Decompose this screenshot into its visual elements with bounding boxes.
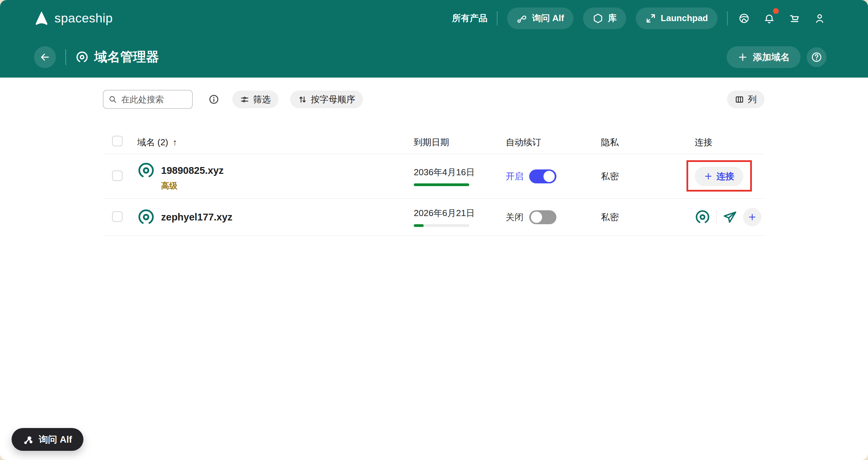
table-header-row: 域名 (2) ↑ 到期日期 自动续订 隐私 连接 [103,131,764,154]
connect-button-label: 连接 [716,170,734,182]
toggle-knob [531,212,542,223]
info-button[interactable] [208,94,219,105]
floating-ask-alf-label: 询问 Alf [39,433,72,446]
launchpad-button[interactable]: Launchpad [636,7,717,29]
search-icon [108,95,117,104]
alf-molecule-icon [23,434,34,445]
privacy-cell: 私密 [592,170,685,182]
nav-right: 所有产品 询问 Alf 库 [452,7,826,29]
sort-button[interactable]: 按字母顺序 [290,91,363,108]
table-row-19890825: 19890825.xyz 高级 2036年4月16日 开启 私密 [103,154,764,199]
filter-label: 筛选 [253,94,271,105]
cart-button[interactable] [788,12,801,25]
question-icon [811,51,822,63]
row-checkbox[interactable] [112,170,123,181]
add-connection-button[interactable] [743,208,761,226]
expiry-date: 2026年6月21日 [414,207,496,219]
paper-plane-icon [722,209,738,225]
back-button[interactable] [34,46,56,68]
floating-ask-alf-button[interactable]: 询问 Alf [12,428,83,451]
app-window: spaceship 所有产品 询问 Alf 库 [0,0,868,460]
connect-button-wrap: 连接 [695,167,743,186]
title-divider [65,49,66,65]
columns-icon [735,95,744,104]
domain-action-icon[interactable] [695,209,710,225]
logo-text: spaceship [54,11,113,26]
ask-alf-label: 询问 Alf [532,12,564,24]
icons-divider [716,210,716,225]
notification-dot [773,8,779,14]
expiry-progress-fill [414,183,469,186]
expiry-progress-fill [414,224,424,227]
launchpad-label: Launchpad [661,13,708,23]
library-button[interactable]: 库 [583,7,626,29]
spaceship-logo[interactable]: spaceship [34,11,113,26]
expiry-cell: 2036年4月16日 [405,166,496,186]
main-content: 筛选 按字母顺序 列 [0,90,868,236]
sort-ascending-arrow: ↑ [173,137,177,148]
domain-manager-icon [76,51,89,64]
auto-renew-toggle[interactable] [529,210,556,224]
alf-icon [517,13,527,24]
nav-all-products[interactable]: 所有产品 [452,12,487,24]
page-header-actions: 添加域名 [727,46,826,68]
table-row-zephyel177: zephyel177.xyz 2026年6月21日 关闭 私密 [103,199,764,236]
domain-cell: zephyel177.xyz [128,208,405,226]
domain-name-block: 19890825.xyz 高级 [161,162,224,191]
domain-name-link[interactable]: zephyel177.xyz [161,208,233,226]
column-header-auto-renew: 自动续订 [496,136,592,148]
add-domain-label: 添加域名 [753,51,790,63]
premium-badge: 高级 [161,181,224,191]
add-domain-button[interactable]: 添加域名 [727,46,801,68]
column-header-privacy: 隐私 [592,136,685,148]
connect-cell: 连接 [685,167,764,186]
row-checkbox[interactable] [112,211,123,222]
columns-button[interactable]: 列 [727,91,764,108]
ask-alf-button[interactable]: 询问 Alf [507,7,573,29]
column-header-name[interactable]: 域名 (2) ↑ [128,136,405,148]
notifications-button[interactable] [762,12,776,25]
domain-name-block: zephyel177.xyz [161,208,233,226]
info-icon [208,94,219,105]
transfer-action-button[interactable] [722,209,738,225]
sort-arrows-icon [298,95,307,104]
table-toolbar: 筛选 按字母顺序 列 [103,90,764,109]
launchpad-icon [645,13,656,24]
plus-icon [748,213,757,221]
filter-button[interactable]: 筛选 [232,91,279,108]
toggle-knob [543,171,555,182]
expiry-progress-track [414,224,469,227]
language-globe-button[interactable] [737,12,751,25]
page-title-group: 域名管理器 [76,48,159,66]
auto-renew-label: 开启 [506,170,523,182]
account-button[interactable] [813,12,826,25]
row-checkbox-cell [103,170,128,182]
sort-label: 按字母顺序 [311,94,355,105]
search-box[interactable] [103,90,193,109]
nav-divider [497,11,498,26]
column-header-connect: 连接 [685,136,764,148]
hexagon-icon [593,13,603,24]
page-title: 域名管理器 [94,48,159,66]
help-button[interactable] [807,47,826,67]
domain-icon [137,208,155,226]
search-input[interactable] [121,94,187,105]
connect-button[interactable]: 连接 [695,167,743,186]
column-header-expiry: 到期日期 [405,136,496,148]
privacy-cell: 私密 [592,211,685,223]
auto-renew-toggle[interactable] [529,169,556,183]
plus-icon [738,52,748,62]
cart-icon [789,13,800,24]
nav-divider-2 [727,11,728,26]
auto-renew-cell: 开启 [496,169,592,183]
plus-icon [704,172,713,181]
auto-renew-cell: 关闭 [496,210,592,224]
domain-cell: 19890825.xyz 高级 [128,162,405,191]
select-all-checkbox[interactable] [112,136,123,146]
filter-sliders-icon [240,95,249,104]
connect-cell [685,208,764,226]
bell-icon [763,13,775,24]
domain-name-link[interactable]: 19890825.xyz [161,162,224,179]
library-label: 库 [608,12,617,24]
header-checkbox-cell [103,136,128,149]
